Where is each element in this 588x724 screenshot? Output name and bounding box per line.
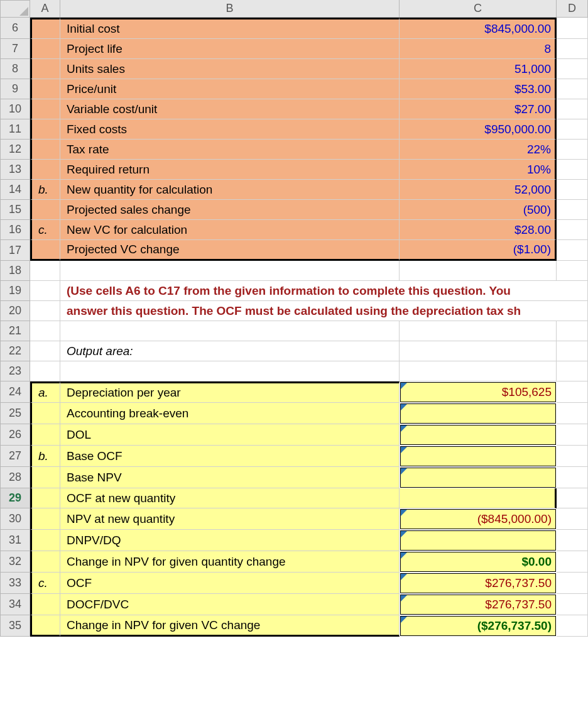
cell-B24[interactable]: Depreciation per year	[60, 381, 400, 403]
cell-A15[interactable]	[30, 200, 60, 220]
row-header[interactable]: 23	[0, 361, 30, 381]
cell-C33[interactable]: $276,737.50	[400, 573, 556, 593]
cell-D12[interactable]	[557, 140, 588, 160]
cell-B14[interactable]: New quantity for calculation	[60, 180, 400, 200]
cell-D9[interactable]	[557, 79, 588, 99]
cell-A27[interactable]: b.	[30, 446, 60, 467]
col-header-C[interactable]: C	[400, 0, 557, 18]
cell-D6[interactable]	[557, 18, 588, 39]
row-header[interactable]: 28	[0, 467, 30, 488]
cell-C28[interactable]	[400, 468, 556, 488]
cell-C23[interactable]	[400, 361, 557, 381]
cell-A9[interactable]	[30, 79, 60, 99]
cell-B9[interactable]: Price/unit	[60, 79, 400, 99]
cell-D31[interactable]	[557, 530, 588, 551]
cell-D33[interactable]	[557, 573, 588, 594]
cell-B34[interactable]: DOCF/DVC	[60, 594, 400, 615]
cell-D15[interactable]	[557, 200, 588, 220]
cell-B25[interactable]: Accounting break-even	[60, 403, 400, 424]
cell-A11[interactable]	[30, 119, 60, 140]
cell-B27[interactable]: Base OCF	[60, 446, 400, 467]
cell-A25[interactable]	[30, 403, 60, 424]
cell-C25[interactable]	[400, 403, 556, 424]
cell-C18[interactable]	[400, 261, 557, 281]
cell-A29[interactable]	[30, 488, 60, 508]
cell-A8[interactable]	[30, 59, 60, 79]
cell-D30[interactable]	[557, 508, 588, 530]
cell-A10[interactable]	[30, 99, 60, 119]
cell-A32[interactable]	[30, 551, 60, 573]
select-all-corner[interactable]	[0, 0, 30, 18]
cell-A23[interactable]	[30, 361, 60, 381]
cell-B22[interactable]: Output area:	[60, 341, 400, 361]
row-header[interactable]: 27	[0, 446, 30, 467]
cell-A6[interactable]	[30, 18, 60, 39]
cell-A19[interactable]	[30, 281, 60, 301]
cell-C7[interactable]: 8	[400, 39, 557, 59]
cell-C14[interactable]: 52,000	[400, 180, 557, 200]
row-header[interactable]: 31	[0, 530, 30, 551]
cell-D13[interactable]	[557, 160, 588, 180]
cell-A17[interactable]	[30, 240, 60, 261]
cell-B28[interactable]: Base NPV	[60, 467, 400, 488]
cell-C9[interactable]: $53.00	[400, 79, 557, 99]
col-header-D[interactable]: D	[557, 0, 588, 18]
cell-A12[interactable]	[30, 140, 60, 160]
cell-B35[interactable]: Change in NPV for given VC change	[60, 615, 400, 637]
cell-C26[interactable]	[400, 425, 556, 445]
cell-C30[interactable]: ($845,000.00)	[400, 509, 556, 529]
cell-A16[interactable]: c.	[30, 220, 60, 240]
row-header[interactable]: 34	[0, 594, 30, 615]
cell-C15[interactable]: (500)	[400, 200, 557, 220]
cell-B33[interactable]: OCF	[60, 573, 400, 594]
cell-A33[interactable]: c.	[30, 573, 60, 594]
cell-D18[interactable]	[557, 261, 588, 281]
cell-C16[interactable]: $28.00	[400, 220, 557, 240]
cell-B16[interactable]: New VC for calculation	[60, 220, 400, 240]
cell-C13[interactable]: 10%	[400, 160, 557, 180]
cell-B29[interactable]: OCF at new quantity	[60, 488, 400, 508]
row-header[interactable]: 35	[0, 615, 30, 637]
cell-D24[interactable]	[557, 381, 588, 403]
row-header[interactable]: 8	[0, 59, 30, 79]
cell-A31[interactable]	[30, 530, 60, 551]
cell-C12[interactable]: 22%	[400, 140, 557, 160]
cell-D8[interactable]	[557, 59, 588, 79]
row-header[interactable]: 9	[0, 79, 30, 99]
cell-B30[interactable]: NPV at new quantity	[60, 508, 400, 530]
cell-C8[interactable]: 51,000	[400, 59, 557, 79]
cell-C31[interactable]	[400, 530, 556, 551]
row-header[interactable]: 14	[0, 180, 30, 200]
cell-D23[interactable]	[557, 361, 588, 381]
cell-C35[interactable]: ($276,737.50)	[400, 616, 556, 636]
row-header[interactable]: 25	[0, 403, 30, 424]
cell-B10[interactable]: Variable cost/unit	[60, 99, 400, 119]
row-header[interactable]: 13	[0, 160, 30, 180]
cell-C6[interactable]: $845,000.00	[400, 18, 557, 39]
cell-D7[interactable]	[557, 39, 588, 59]
row-header[interactable]: 10	[0, 99, 30, 119]
cell-A28[interactable]	[30, 467, 60, 488]
row-header[interactable]: 32	[0, 551, 30, 573]
col-header-A[interactable]: A	[30, 0, 60, 18]
cell-B6[interactable]: Initial cost	[60, 18, 400, 39]
cell-B11[interactable]: Fixed costs	[60, 119, 400, 140]
cell-B31[interactable]: DNPV/DQ	[60, 530, 400, 551]
cell-A7[interactable]	[30, 39, 60, 59]
cell-C10[interactable]: $27.00	[400, 99, 557, 119]
cell-D21[interactable]	[557, 321, 588, 341]
cell-A20[interactable]	[30, 301, 60, 321]
cell-A22[interactable]	[30, 341, 60, 361]
row-header[interactable]: 26	[0, 424, 30, 446]
cell-D25[interactable]	[557, 403, 588, 424]
cell-C17[interactable]: ($1.00)	[400, 240, 557, 261]
cell-B21[interactable]	[60, 321, 400, 341]
cell-D29[interactable]	[557, 488, 588, 508]
cell-C11[interactable]: $950,000.00	[400, 119, 557, 140]
cell-B26[interactable]: DOL	[60, 424, 400, 446]
cell-B7[interactable]: Project life	[60, 39, 400, 59]
spreadsheet-grid[interactable]: A B C D 6 Initial cost $845,000.00 7 Pro…	[0, 0, 588, 637]
cell-D32[interactable]	[557, 551, 588, 573]
cell-D22[interactable]	[557, 341, 588, 361]
cell-B12[interactable]: Tax rate	[60, 140, 400, 160]
